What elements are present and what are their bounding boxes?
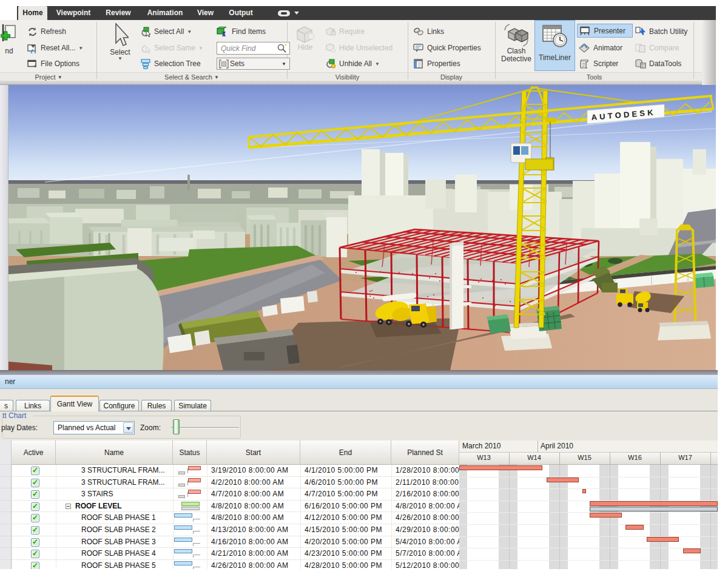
task-row-4[interactable]: ROOF SLAB PHASE 14/8/2010 8:00:00 AM4/12… [0, 512, 459, 524]
display-dates-dropdown[interactable]: Planned vs Actual [53, 421, 135, 434]
datatools-button[interactable]: DataTools [635, 57, 681, 70]
tab-animation[interactable]: Animation [146, 6, 184, 20]
gantt-bar-task[interactable] [683, 548, 701, 553]
gantt-bar-task[interactable] [590, 501, 718, 506]
quick-find-search-icon[interactable] [277, 43, 288, 53]
properties-button[interactable]: Properties [413, 57, 460, 70]
task-name[interactable]: 3 STRUCTURAL FRAM... [56, 477, 173, 488]
column-header-planned-st[interactable]: Planned St [391, 440, 459, 465]
clash-detective-button[interactable]: ClashDetective [497, 23, 535, 63]
select-same-button[interactable]: Select Same▼ [140, 41, 203, 55]
active-checkbox[interactable] [31, 467, 39, 475]
reset-all-button[interactable]: Reset All...▼ [27, 41, 83, 55]
refresh-button[interactable]: Refresh [27, 25, 66, 38]
task-row-7[interactable]: ROOF SLAB PHASE 44/21/2010 8:00:00 AM4/2… [0, 548, 459, 560]
timeliner-button[interactable]: TimeLiner [534, 20, 575, 71]
task-name[interactable]: ROOF SLAB PHASE 1 [56, 512, 173, 524]
batch-utility-button[interactable]: Batch Utility [635, 25, 687, 38]
hide-button[interactable]: Hide [290, 24, 320, 52]
compare-button[interactable]: Compare [635, 41, 679, 55]
row-selector[interactable] [0, 548, 12, 560]
row-selector[interactable] [0, 536, 12, 548]
tab-links[interactable]: Links [16, 400, 50, 411]
gantt-bar-summary[interactable] [590, 507, 718, 511]
task-name[interactable]: ROOF SLAB PHASE 4 [56, 548, 173, 559]
scripter-button[interactable]: Scripter [579, 57, 618, 70]
gantt-bar-task[interactable] [647, 537, 679, 542]
gantt-bar-task[interactable] [625, 525, 644, 530]
gantt-bar-task[interactable] [590, 513, 622, 518]
active-checkbox[interactable] [31, 479, 39, 487]
group-label-select-search[interactable]: Select & Search ▼ [96, 73, 287, 81]
row-selector[interactable] [0, 488, 12, 501]
tab-home[interactable]: Home [18, 6, 47, 20]
column-header-end[interactable]: End [300, 440, 391, 465]
unhide-all-button[interactable]: Unhide All▼ [325, 57, 380, 70]
task-row-1[interactable]: 3 STRUCTURAL FRAM...4/2/2010 8:00:00 AM4… [0, 477, 459, 489]
active-checkbox[interactable] [31, 538, 39, 547]
presenter-button[interactable]: Presenter [577, 24, 633, 38]
active-checkbox[interactable] [31, 562, 39, 569]
dropdown-arrow-button[interactable] [123, 422, 133, 433]
tab-tasks-partial[interactable]: s [0, 400, 13, 411]
tab-configure[interactable]: Configure [99, 400, 139, 411]
quick-properties-button[interactable]: Quick Properties [413, 41, 481, 55]
row-selector[interactable] [0, 512, 12, 524]
task-row-6[interactable]: ROOF SLAB PHASE 34/16/2010 8:00:00 AM4/2… [0, 536, 459, 548]
selection-tree-button[interactable]: Selection Tree [141, 57, 201, 70]
group-label-project[interactable]: Project ▼ [6, 73, 91, 81]
row-selector[interactable] [0, 465, 12, 477]
hide-unselected-button[interactable]: Hide Unselected [325, 41, 393, 55]
tab-gantt-view[interactable]: Gantt View [50, 396, 99, 411]
task-row-2[interactable]: 3 STAIRS4/7/2010 8:00:00 AM4/7/2010 5:00… [0, 488, 459, 501]
tab-viewpoint[interactable]: Viewpoint [55, 6, 92, 20]
collapse-toggle[interactable] [66, 504, 71, 509]
column-header-status[interactable]: Status [173, 440, 207, 465]
zoom-slider-track[interactable] [171, 427, 239, 428]
task-row-0[interactable]: 3 STRUCTURAL FRAM...3/19/2010 8:00:00 AM… [0, 465, 459, 477]
task-name[interactable]: 3 STRUCTURAL FRAM... [56, 465, 173, 476]
task-name[interactable]: ROOF SLAB PHASE 2 [56, 524, 173, 536]
column-header-name[interactable]: Name [56, 440, 173, 465]
row-selector[interactable] [0, 524, 12, 536]
tab-output[interactable]: Output [226, 6, 256, 20]
active-checkbox[interactable] [31, 490, 39, 499]
active-checkbox[interactable] [31, 502, 39, 511]
gantt-bar-task[interactable] [582, 489, 586, 493]
column-header-active[interactable]: Active [12, 440, 56, 465]
row-selector[interactable] [0, 477, 12, 489]
task-row-8[interactable]: ROOF SLAB PHASE 54/26/2010 8:00:00 AM4/2… [0, 560, 459, 569]
file-options-button[interactable]: File Options [27, 57, 79, 70]
require-button[interactable]: Require [325, 25, 365, 38]
task-name[interactable]: ROOF SLAB PHASE 3 [56, 536, 173, 548]
links-button[interactable]: Links [413, 25, 444, 38]
gantt-chart[interactable]: March 2010April 2010 W13W14W15W16W17 [459, 440, 718, 569]
active-checkbox[interactable] [31, 526, 39, 535]
select-all-button[interactable]: Select All▼ [140, 25, 192, 38]
quick-find-input[interactable]: Quick Find [217, 42, 290, 55]
animator-button[interactable]: Animator [579, 41, 622, 55]
column-header-start[interactable]: Start [207, 440, 300, 465]
gantt-bar-task[interactable] [459, 465, 542, 470]
ribbon-display-mode-icon[interactable] [278, 10, 290, 16]
task-name[interactable]: ROOF LEVEL [56, 501, 173, 512]
find-items-button[interactable]: Find Items [217, 25, 266, 38]
task-row-5[interactable]: ROOF SLAB PHASE 24/13/2010 8:00:00 AM4/1… [0, 524, 459, 536]
task-row-3[interactable]: ROOF LEVEL4/8/2010 8:00:00 AM6/16/2010 5… [0, 501, 459, 513]
select-button[interactable]: Select ▼ [103, 23, 137, 61]
tab-simulate[interactable]: Simulate [174, 400, 211, 411]
gantt-bar-task[interactable] [547, 477, 579, 482]
viewport-3d-scene[interactable]: AUTODESK [8, 85, 716, 370]
task-name[interactable]: 3 STAIRS [56, 488, 173, 500]
tab-review[interactable]: Review [106, 6, 131, 20]
tab-view[interactable]: View [195, 6, 215, 20]
ribbon-options-caret[interactable] [294, 12, 299, 15]
zoom-slider-thumb[interactable] [173, 419, 180, 434]
sets-dropdown[interactable]: Sets ▼ [217, 58, 290, 70]
append-button-partial[interactable]: nd [0, 23, 18, 55]
task-name[interactable]: ROOF SLAB PHASE 5 [56, 560, 173, 569]
row-selector[interactable] [0, 501, 12, 513]
timeliner-title-bar[interactable]: ner [0, 375, 718, 389]
active-checkbox[interactable] [31, 514, 39, 522]
active-checkbox[interactable] [31, 550, 39, 558]
